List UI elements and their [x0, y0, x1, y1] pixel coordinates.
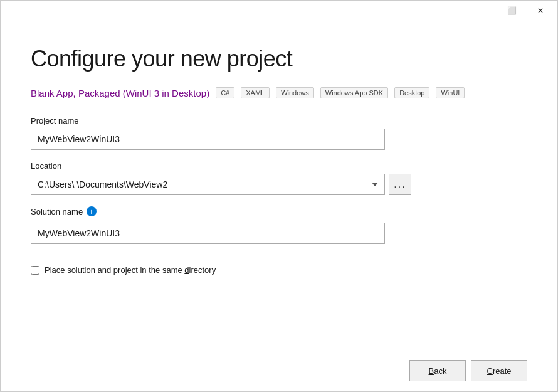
page-title: Configure your new project	[31, 46, 527, 72]
main-content: Configure your new project Blank App, Pa…	[1, 21, 557, 350]
same-directory-checkbox[interactable]	[31, 266, 39, 275]
solution-name-input[interactable]	[31, 223, 385, 244]
maximize-icon: ⬜	[507, 6, 517, 15]
subtitle-row: Blank App, Packaged (WinUI 3 in Desktop)…	[31, 87, 527, 98]
info-icon[interactable]: i	[87, 206, 97, 216]
tag-xaml: XAML	[241, 87, 270, 98]
info-icon-text: i	[91, 208, 93, 215]
create-underline: C	[487, 366, 492, 376]
project-name-label: Project name	[31, 116, 527, 125]
project-type-label: Blank App, Packaged (WinUI 3 in Desktop)	[31, 88, 209, 98]
location-select[interactable]: C:\Users\ \Documents\WebView2	[31, 174, 385, 195]
solution-label-row: Solution name i	[31, 206, 527, 216]
browse-icon: ...	[394, 179, 406, 190]
location-section: Location C:\Users\ \Documents\WebView2 .…	[31, 161, 527, 195]
tag-windows-app-sdk: Windows App SDK	[320, 87, 388, 98]
directory-underline: d	[184, 265, 189, 275]
tag-desktop: Desktop	[394, 87, 429, 98]
same-directory-row: Place solution and project in the same d…	[31, 265, 527, 275]
location-row: C:\Users\ \Documents\WebView2 ...	[31, 174, 527, 195]
create-button[interactable]: Create	[471, 360, 527, 381]
tag-windows: Windows	[276, 87, 314, 98]
tag-csharp: C#	[216, 87, 234, 98]
close-icon: ✕	[537, 6, 544, 15]
solution-name-section: Solution name i	[31, 206, 527, 244]
close-button[interactable]: ✕	[526, 1, 555, 21]
location-label: Location	[31, 161, 527, 171]
back-underline: B	[429, 366, 434, 376]
tag-winui: WinUI	[436, 87, 465, 98]
configure-project-window: ⬜ ✕ Configure your new project Blank App…	[0, 0, 558, 392]
project-name-section: Project name	[31, 116, 527, 150]
maximize-button[interactable]: ⬜	[497, 1, 526, 21]
title-bar: ⬜ ✕	[1, 1, 557, 21]
solution-name-label: Solution name	[31, 207, 83, 216]
same-directory-label[interactable]: Place solution and project in the same d…	[45, 265, 216, 275]
footer: Back Create	[1, 350, 557, 391]
browse-button[interactable]: ...	[389, 174, 411, 195]
back-button[interactable]: Back	[409, 360, 466, 381]
project-name-input[interactable]	[31, 129, 385, 150]
